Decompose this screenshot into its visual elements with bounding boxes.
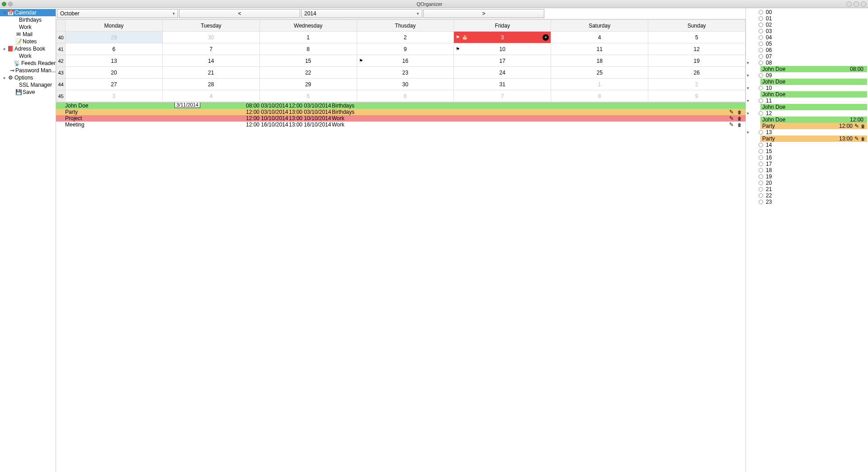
- day-cell[interactable]: 7: [454, 90, 551, 102]
- day-cell[interactable]: 6: [66, 43, 163, 55]
- hour-head[interactable]: 00: [747, 9, 867, 15]
- radio-icon[interactable]: [759, 181, 763, 185]
- hour-event[interactable]: John Doe: [760, 104, 867, 110]
- expand-icon[interactable]: ▾: [2, 10, 7, 15]
- year-select[interactable]: 2014: [301, 9, 422, 18]
- radio-icon[interactable]: [759, 61, 763, 65]
- hour-head[interactable]: 04: [747, 34, 867, 41]
- radio-icon[interactable]: [759, 174, 763, 179]
- day-cell[interactable]: 22: [259, 67, 357, 79]
- radio-icon[interactable]: [759, 23, 763, 27]
- day-cell[interactable]: ⚑16: [357, 55, 454, 67]
- radio-icon[interactable]: [759, 54, 763, 59]
- day-cell[interactable]: 31: [454, 79, 551, 90]
- delete-icon[interactable]: [737, 115, 742, 122]
- next-button[interactable]: >: [423, 9, 544, 18]
- radio-icon[interactable]: [759, 193, 763, 198]
- day-cell[interactable]: 9: [357, 43, 454, 55]
- day-cell[interactable]: 4: [551, 32, 648, 43]
- edit-icon[interactable]: [729, 122, 734, 128]
- hour-head[interactable]: 06: [747, 47, 867, 53]
- day-cell[interactable]: ⚑10: [454, 43, 551, 55]
- hour-head[interactable]: 16: [747, 154, 867, 161]
- radio-icon[interactable]: [759, 130, 763, 135]
- add-button[interactable]: +: [542, 34, 549, 41]
- radio-icon[interactable]: [759, 149, 763, 154]
- hour-head[interactable]: 23: [747, 199, 867, 205]
- edit-icon[interactable]: [729, 109, 734, 115]
- tree-item-work[interactable]: Work: [0, 23, 56, 31]
- day-cell[interactable]: 25: [551, 67, 648, 79]
- hour-head[interactable]: 03: [747, 28, 867, 34]
- day-cell[interactable]: 26: [648, 67, 745, 79]
- radio-icon[interactable]: [759, 42, 763, 46]
- hour-event[interactable]: John Doe08:00: [760, 66, 867, 72]
- hour-head[interactable]: 22: [747, 192, 867, 199]
- expand-icon[interactable]: ▸: [2, 75, 7, 80]
- day-cell[interactable]: 30: [162, 32, 259, 43]
- expand-icon[interactable]: ▾: [747, 98, 751, 103]
- minimize-button[interactable]: [846, 1, 852, 7]
- hour-head[interactable]: ▾10: [747, 85, 867, 91]
- month-select[interactable]: October: [57, 9, 178, 18]
- event-row[interactable]: Project12:00 10/10/201413:00 10/10/2014W…: [56, 115, 745, 122]
- tree-item-feeds-reader[interactable]: 📡Feeds Reader: [0, 60, 56, 67]
- radio-icon[interactable]: [759, 10, 763, 14]
- day-cell[interactable]: 23: [357, 67, 454, 79]
- hour-head[interactable]: 20: [747, 180, 867, 186]
- tree-item-password-man-[interactable]: ⊸Password Man...: [0, 67, 56, 74]
- day-cell[interactable]: 13: [66, 55, 163, 67]
- edit-icon[interactable]: [854, 123, 859, 129]
- radio-icon[interactable]: [759, 48, 763, 52]
- close-button[interactable]: [861, 1, 866, 7]
- tree-item-work[interactable]: Work: [0, 52, 56, 60]
- day-cell[interactable]: 8: [551, 90, 648, 102]
- day-cell[interactable]: 1: [259, 32, 357, 43]
- hour-head[interactable]: 14: [747, 142, 867, 148]
- radio-icon[interactable]: [759, 162, 763, 166]
- tree-item-birthdays[interactable]: Birthdays: [0, 16, 56, 23]
- event-row[interactable]: 3/11/2014John Doe08:00 03/10/201412:00 0…: [56, 103, 745, 109]
- day-cell[interactable]: 17: [454, 55, 551, 67]
- day-cell[interactable]: 2: [648, 79, 745, 90]
- radio-icon[interactable]: [759, 86, 763, 90]
- day-cell[interactable]: 28: [162, 79, 259, 90]
- day-cell[interactable]: 9: [648, 90, 745, 102]
- day-cell[interactable]: 19: [648, 55, 745, 67]
- event-row[interactable]: Party12:00 03/10/201413:00 03/10/2014Bir…: [56, 109, 745, 115]
- maximize-button[interactable]: [854, 1, 859, 7]
- hour-head[interactable]: 15: [747, 148, 867, 154]
- radio-icon[interactable]: [759, 187, 763, 192]
- day-cell[interactable]: 12: [648, 43, 745, 55]
- day-cell[interactable]: 3: [66, 90, 163, 102]
- delete-icon[interactable]: [861, 136, 865, 142]
- tree-item-mail[interactable]: ✉Mail: [0, 31, 56, 38]
- hour-head[interactable]: ▾09: [747, 72, 867, 79]
- delete-icon[interactable]: [737, 109, 742, 115]
- hour-event[interactable]: Party12:00: [760, 123, 867, 129]
- radio-icon[interactable]: [759, 73, 763, 78]
- hour-event[interactable]: John Doe12:00: [760, 117, 867, 123]
- day-cell[interactable]: 6: [357, 90, 454, 102]
- radio-icon[interactable]: [759, 155, 763, 160]
- day-cell[interactable]: 8: [259, 43, 357, 55]
- radio-icon[interactable]: [759, 111, 763, 116]
- hour-head[interactable]: ▾08: [747, 60, 867, 66]
- delete-icon[interactable]: [861, 123, 865, 129]
- radio-icon[interactable]: [759, 35, 763, 40]
- radio-icon[interactable]: [759, 29, 763, 33]
- day-cell[interactable]: 14: [162, 55, 259, 67]
- day-cell[interactable]: 11: [551, 43, 648, 55]
- hour-head[interactable]: ▾13: [747, 129, 867, 136]
- hour-head[interactable]: ▾11: [747, 98, 867, 104]
- hour-head[interactable]: 19: [747, 173, 867, 180]
- day-cell[interactable]: 15: [259, 55, 357, 67]
- day-cell[interactable]: 30: [357, 79, 454, 90]
- day-cell[interactable]: 7: [162, 43, 259, 55]
- day-cell[interactable]: 5: [648, 32, 745, 43]
- day-cell[interactable]: 1: [551, 79, 648, 90]
- hour-head[interactable]: ▾12: [747, 110, 867, 117]
- hour-head[interactable]: 02: [747, 22, 867, 28]
- hour-head[interactable]: 17: [747, 161, 867, 167]
- edit-icon[interactable]: [854, 136, 859, 142]
